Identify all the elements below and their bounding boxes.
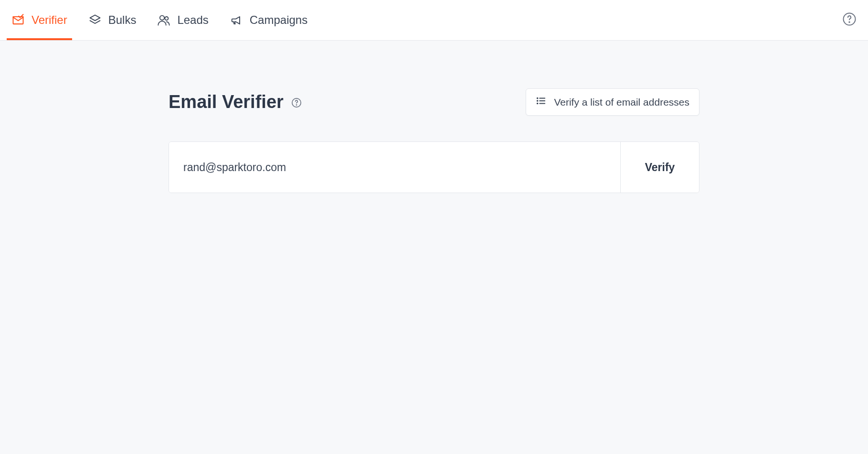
verify-form: Verify: [169, 141, 699, 193]
svg-point-11: [537, 100, 538, 101]
nav-item-bulks[interactable]: Bulks: [88, 0, 137, 40]
verify-button[interactable]: Verify: [620, 142, 699, 193]
help-circle-icon: [842, 12, 857, 28]
email-input[interactable]: [169, 142, 620, 193]
people-icon: [157, 13, 170, 27]
svg-point-2: [165, 17, 169, 20]
main-content: Email Verifier: [0, 41, 868, 241]
help-circle-icon: [291, 97, 302, 110]
layers-icon: [88, 13, 102, 27]
svg-point-12: [537, 103, 538, 104]
svg-point-10: [537, 98, 538, 99]
svg-point-4: [849, 22, 850, 23]
svg-marker-0: [90, 15, 100, 21]
title-row: Email Verifier: [169, 88, 699, 116]
svg-point-6: [296, 105, 296, 105]
nav-item-label: Campaigns: [250, 13, 307, 27]
nav-item-label: Leads: [177, 13, 208, 27]
title-group: Email Verifier: [169, 92, 302, 112]
svg-point-1: [160, 16, 164, 20]
envelope-check-icon: [11, 13, 25, 27]
top-nav: Verifier Bulks Leads: [0, 0, 868, 41]
nav-item-campaigns[interactable]: Campaigns: [230, 0, 307, 40]
help-button[interactable]: [842, 12, 857, 28]
list-icon: [536, 96, 546, 108]
nav-item-verifier[interactable]: Verifier: [11, 0, 67, 40]
nav-tabs: Verifier Bulks Leads: [11, 0, 307, 40]
nav-item-leads[interactable]: Leads: [157, 0, 208, 40]
nav-item-label: Verifier: [32, 13, 67, 27]
nav-item-label: Bulks: [108, 13, 137, 27]
page-title: Email Verifier: [169, 92, 284, 112]
container: Email Verifier: [169, 88, 699, 193]
verify-list-button[interactable]: Verify a list of email addresses: [526, 88, 699, 116]
title-help-button[interactable]: [291, 97, 302, 110]
megaphone-icon: [230, 13, 243, 27]
verify-list-label: Verify a list of email addresses: [554, 97, 689, 108]
